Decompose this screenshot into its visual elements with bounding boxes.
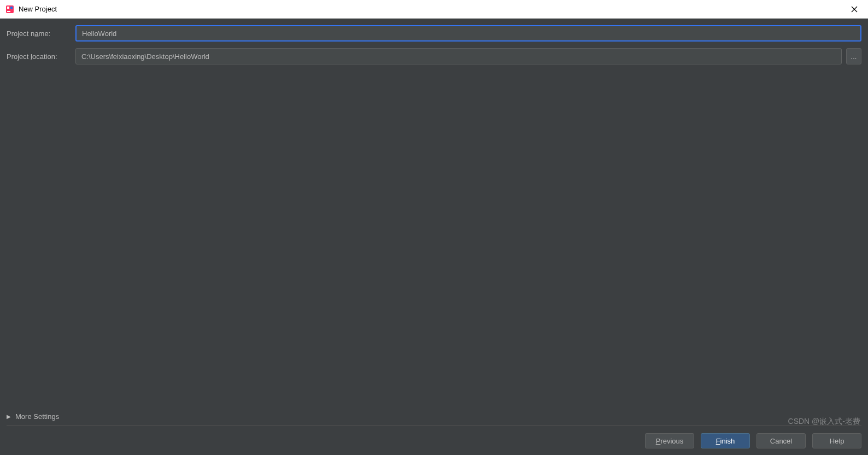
svg-rect-3 [7,11,10,12]
dialog-content: Project name: Project location: ... ▶ Mo… [0,19,868,455]
project-location-label: Project location: [7,52,71,61]
app-icon [5,5,14,14]
browse-button[interactable]: ... [846,48,861,64]
svg-rect-1 [7,7,9,9]
help-button[interactable]: Help [812,433,861,448]
previous-button[interactable]: Previous [645,433,694,448]
close-button[interactable] [846,1,863,17]
project-location-row: Project location: ... [7,48,861,64]
project-location-input[interactable] [75,48,842,64]
project-name-row: Project name: [7,25,861,42]
project-name-input[interactable] [75,25,861,42]
button-bar: Previous Finish Cancel Help [7,426,861,448]
more-settings-label: More Settings [15,412,59,421]
window-title: New Project [19,5,846,13]
cancel-button[interactable]: Cancel [756,433,806,448]
project-name-label: Project name: [7,29,71,38]
finish-button[interactable]: Finish [701,433,750,448]
form-area: Project name: Project location: ... ▶ Mo… [7,25,861,426]
chevron-right-icon: ▶ [7,413,11,419]
svg-rect-2 [10,7,13,9]
titlebar: New Project [0,0,868,19]
more-settings-toggle[interactable]: ▶ More Settings [7,408,861,426]
